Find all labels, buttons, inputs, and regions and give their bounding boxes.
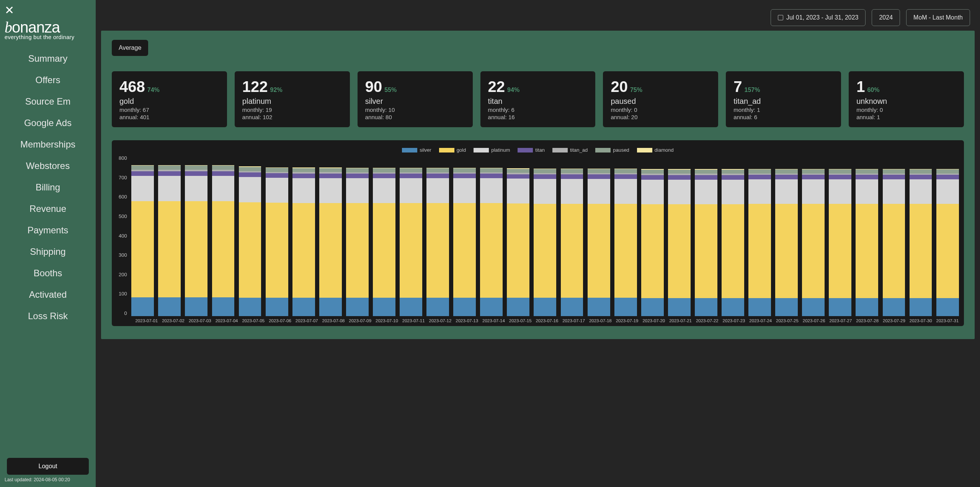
bar-seg-titan bbox=[212, 171, 235, 176]
x-tick: 2023-07-01 bbox=[133, 318, 160, 323]
bar-seg-platinum bbox=[829, 179, 851, 204]
card-annual: annual: 6 bbox=[733, 114, 833, 120]
nav-item-summary[interactable]: Summary bbox=[5, 48, 91, 69]
legend-item-platinum[interactable]: platinum bbox=[474, 147, 510, 153]
legend-label: titan bbox=[535, 147, 545, 153]
nav-item-revenue[interactable]: Revenue bbox=[5, 198, 91, 220]
bar-stack[interactable] bbox=[910, 155, 932, 316]
bar-stack[interactable] bbox=[561, 155, 583, 316]
mom-picker[interactable]: MoM - Last Month bbox=[906, 9, 970, 26]
bar-stack[interactable] bbox=[319, 155, 342, 316]
bar-seg-paused bbox=[614, 169, 637, 173]
bar-seg-gold bbox=[856, 204, 878, 298]
bar-seg-platinum bbox=[185, 176, 207, 201]
bar-stack[interactable] bbox=[346, 155, 369, 316]
bar-stack[interactable] bbox=[426, 155, 449, 316]
stat-card-titan_ad: 7157%titan_admonthly: 1annual: 6 bbox=[726, 71, 841, 127]
nav-item-memberships[interactable]: Memberships bbox=[5, 134, 91, 155]
logout-button[interactable]: Logout bbox=[7, 458, 89, 475]
bar-column bbox=[210, 155, 237, 316]
bar-stack[interactable] bbox=[883, 155, 905, 316]
nav-item-source-em[interactable]: Source Em bbox=[5, 91, 91, 112]
bar-stack[interactable] bbox=[239, 155, 261, 316]
x-tick: 2023-07-27 bbox=[827, 318, 854, 323]
bar-seg-gold bbox=[373, 203, 395, 298]
bar-stack[interactable] bbox=[856, 155, 878, 316]
bar-seg-paused bbox=[775, 169, 798, 174]
bar-seg-gold bbox=[212, 201, 235, 297]
bar-seg-silver bbox=[346, 298, 369, 316]
bar-seg-silver bbox=[588, 298, 610, 316]
nav-item-loss-risk[interactable]: Loss Risk bbox=[5, 305, 91, 327]
bar-stack[interactable] bbox=[722, 155, 744, 316]
legend-item-titan_ad[interactable]: titan_ad bbox=[552, 147, 588, 153]
bar-stack[interactable] bbox=[400, 155, 422, 316]
bar-stack[interactable] bbox=[266, 155, 288, 316]
bar-seg-platinum bbox=[561, 179, 583, 204]
bar-stack[interactable] bbox=[775, 155, 798, 316]
nav-item-billing[interactable]: Billing bbox=[5, 177, 91, 198]
bar-seg-gold bbox=[936, 204, 959, 298]
card-percent: 75% bbox=[630, 87, 642, 93]
bar-seg-silver bbox=[695, 298, 717, 316]
bar-stack[interactable] bbox=[588, 155, 610, 316]
close-icon[interactable]: ✕ bbox=[5, 5, 91, 16]
stat-card-unknown: 160%unknownmonthly: 0annual: 1 bbox=[849, 71, 964, 127]
legend-item-titan[interactable]: titan bbox=[518, 147, 545, 153]
bar-stack[interactable] bbox=[480, 155, 503, 316]
nav-item-google-ads[interactable]: Google Ads bbox=[5, 112, 91, 134]
bar-seg-silver bbox=[158, 297, 181, 316]
bar-stack[interactable] bbox=[614, 155, 637, 316]
bar-stack[interactable] bbox=[373, 155, 395, 316]
nav-item-activated[interactable]: Activated bbox=[5, 284, 91, 305]
bar-seg-platinum bbox=[507, 179, 529, 203]
stat-card-silver: 9055%silvermonthly: 10annual: 80 bbox=[358, 71, 473, 127]
bar-column bbox=[478, 155, 505, 316]
bar-stack[interactable] bbox=[507, 155, 529, 316]
date-range-picker[interactable]: Jul 01, 2023 - Jul 31, 2023 bbox=[771, 9, 866, 26]
y-tick: 0 bbox=[119, 310, 127, 316]
bar-stack[interactable] bbox=[158, 155, 181, 316]
legend-swatch bbox=[595, 148, 611, 152]
nav-item-webstores[interactable]: Webstores bbox=[5, 155, 91, 177]
nav-item-offers[interactable]: Offers bbox=[5, 69, 91, 91]
bar-stack[interactable] bbox=[453, 155, 476, 316]
bar-stack[interactable] bbox=[936, 155, 959, 316]
bar-stack[interactable] bbox=[802, 155, 825, 316]
bar-stack[interactable] bbox=[185, 155, 207, 316]
bar-stack[interactable] bbox=[534, 155, 556, 316]
bar-column bbox=[317, 155, 344, 316]
bar-seg-gold bbox=[910, 204, 932, 298]
x-tick: 2023-07-20 bbox=[640, 318, 667, 323]
bar-stack[interactable] bbox=[641, 155, 664, 316]
bar-seg-titan bbox=[453, 174, 476, 178]
bar-seg-paused bbox=[292, 168, 315, 172]
bar-seg-platinum bbox=[131, 176, 154, 201]
bar-seg-titan bbox=[856, 175, 878, 179]
bar-stack[interactable] bbox=[748, 155, 771, 316]
legend-item-paused[interactable]: paused bbox=[595, 147, 629, 153]
bar-stack[interactable] bbox=[292, 155, 315, 316]
nav-item-booths[interactable]: Booths bbox=[5, 262, 91, 284]
legend-item-diamond[interactable]: diamond bbox=[637, 147, 674, 153]
bar-stack[interactable] bbox=[829, 155, 851, 316]
bar-stack[interactable] bbox=[695, 155, 717, 316]
logo-text: bonanza bbox=[5, 18, 91, 36]
bar-stack[interactable] bbox=[668, 155, 691, 316]
nav-item-payments[interactable]: Payments bbox=[5, 220, 91, 241]
bar-stack[interactable] bbox=[212, 155, 235, 316]
legend-item-silver[interactable]: silver bbox=[402, 147, 431, 153]
average-button[interactable]: Average bbox=[112, 40, 148, 56]
nav-item-shipping[interactable]: Shipping bbox=[5, 241, 91, 262]
card-percent: 60% bbox=[867, 87, 879, 93]
year-picker[interactable]: 2024 bbox=[872, 9, 900, 26]
bar-stack[interactable] bbox=[131, 155, 154, 316]
legend-swatch bbox=[637, 148, 652, 152]
bar-seg-silver bbox=[775, 298, 798, 316]
bar-seg-titan bbox=[319, 174, 342, 178]
legend-item-gold[interactable]: gold bbox=[439, 147, 466, 153]
bar-seg-silver bbox=[856, 298, 878, 316]
bar-seg-platinum bbox=[936, 179, 959, 204]
bar-seg-titan bbox=[158, 171, 181, 176]
bar-seg-gold bbox=[266, 203, 288, 298]
